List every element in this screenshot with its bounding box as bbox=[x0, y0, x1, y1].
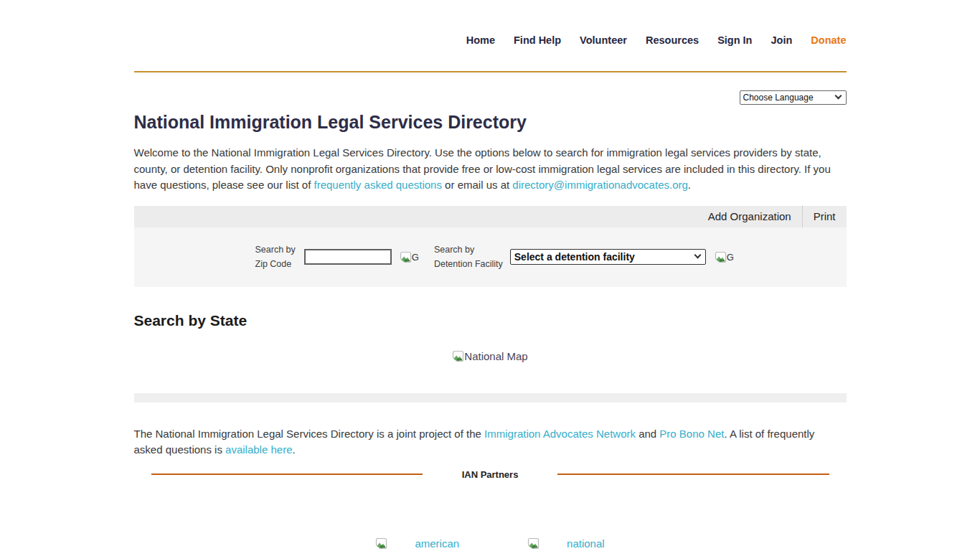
add-organization-button[interactable]: Add Organization bbox=[697, 206, 802, 227]
email-link[interactable]: directory@immigrationadvocates.org bbox=[512, 179, 688, 191]
nav-item-join[interactable]: Join bbox=[771, 34, 793, 47]
search-panel: Search by Zip Code G Search by Detention… bbox=[134, 227, 847, 287]
footer-text-2: and bbox=[636, 428, 659, 440]
partners-rule-left bbox=[151, 474, 423, 475]
partner-logo-national[interactable]: national bbox=[527, 537, 605, 550]
facility-label-line2: Detention Facility bbox=[434, 257, 503, 271]
toolbar: Add Organization Print bbox=[134, 206, 847, 227]
broken-image-icon bbox=[452, 350, 464, 362]
language-select[interactable]: Choose Language bbox=[740, 90, 847, 105]
intro-text-2: or email us at bbox=[442, 179, 512, 191]
facility-go-button[interactable]: G bbox=[715, 251, 734, 263]
print-button[interactable]: Print bbox=[803, 206, 847, 227]
language-row: Choose Language bbox=[134, 90, 847, 105]
page-title: National Immigration Legal Services Dire… bbox=[134, 111, 847, 133]
nav-item-home[interactable]: Home bbox=[466, 34, 495, 47]
broken-image-icon bbox=[715, 251, 727, 263]
header-rule bbox=[134, 71, 847, 72]
page-container: Home Find Help Volunteer Resources Sign … bbox=[134, 34, 847, 550]
partner-logo-alt-text: american bbox=[415, 537, 459, 550]
partner-logo-alt-text: national bbox=[567, 537, 605, 550]
intro-text-3: . bbox=[688, 179, 691, 191]
zip-search-label: Search by Zip Code bbox=[255, 242, 296, 271]
faq-link[interactable]: frequently asked questions bbox=[314, 179, 442, 191]
broken-image-icon bbox=[527, 537, 540, 550]
pro-bono-net-link[interactable]: Pro Bono Net bbox=[659, 428, 724, 440]
section-divider bbox=[134, 393, 847, 402]
partner-logos-row: american national bbox=[134, 537, 847, 550]
zip-code-input[interactable] bbox=[304, 249, 392, 265]
detention-facility-select[interactable]: Select a detention facility bbox=[510, 249, 706, 265]
footer-text-1: The National Immigration Legal Services … bbox=[134, 428, 485, 440]
available-here-link[interactable]: available here bbox=[225, 443, 292, 456]
nav-item-resources[interactable]: Resources bbox=[646, 34, 699, 47]
facility-search-label: Search by Detention Facility bbox=[434, 242, 503, 271]
national-map-image[interactable]: National Map bbox=[452, 350, 527, 362]
national-map-row: National Map bbox=[134, 350, 847, 362]
nav-item-sign-in[interactable]: Sign In bbox=[717, 34, 752, 47]
state-section-heading: Search by State bbox=[134, 312, 847, 329]
footer-text-4: . bbox=[292, 443, 295, 456]
intro-paragraph: Welcome to the National Immigration Lega… bbox=[134, 145, 847, 194]
partners-rule-right bbox=[557, 474, 829, 475]
national-map-alt-text: National Map bbox=[464, 350, 527, 362]
ian-partners-heading-row: IAN Partners bbox=[134, 469, 847, 480]
nav-item-donate[interactable]: Donate bbox=[811, 34, 846, 47]
nav-item-find-help[interactable]: Find Help bbox=[514, 34, 561, 47]
zip-go-alt-text: G bbox=[412, 251, 419, 263]
partner-logo-american[interactable]: american bbox=[375, 537, 459, 550]
broken-image-icon bbox=[400, 251, 412, 263]
broken-image-icon bbox=[375, 537, 387, 550]
zip-label-line2: Zip Code bbox=[255, 257, 296, 271]
zip-go-button[interactable]: G bbox=[400, 251, 419, 263]
ian-link[interactable]: Immigration Advocates Network bbox=[484, 428, 636, 440]
facility-label-line1: Search by bbox=[434, 242, 503, 257]
top-navigation: Home Find Help Volunteer Resources Sign … bbox=[134, 34, 847, 47]
footer-paragraph: The National Immigration Legal Services … bbox=[134, 426, 847, 458]
ian-partners-heading: IAN Partners bbox=[462, 469, 519, 480]
nav-item-volunteer[interactable]: Volunteer bbox=[580, 34, 627, 47]
zip-label-line1: Search by bbox=[255, 242, 296, 257]
facility-go-alt-text: G bbox=[727, 251, 734, 263]
